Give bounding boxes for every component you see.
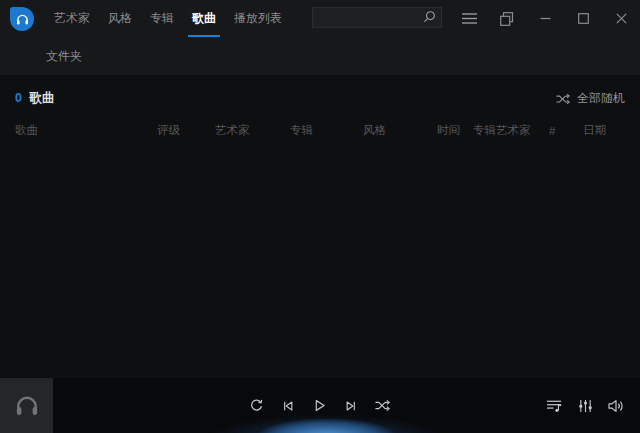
column-header-song[interactable]: 歌曲 — [15, 123, 157, 138]
column-header-artist[interactable]: 艺术家 — [215, 123, 290, 138]
column-header-album[interactable]: 专辑 — [290, 123, 363, 138]
tab-albums[interactable]: 专辑 — [141, 0, 183, 37]
shuffle-icon — [375, 399, 391, 412]
previous-icon — [281, 399, 295, 413]
headphones-icon — [13, 393, 41, 418]
equalizer-icon — [578, 399, 593, 413]
app-logo-icon — [10, 7, 34, 31]
songs-count-number: 0 — [15, 91, 22, 105]
previous-button[interactable] — [281, 399, 295, 413]
hamburger-icon — [462, 13, 477, 24]
next-icon — [344, 399, 358, 413]
volume-button[interactable] — [608, 399, 625, 413]
search-input[interactable] — [319, 12, 422, 24]
next-button[interactable] — [344, 399, 358, 413]
songs-count: 0歌曲 — [15, 90, 55, 107]
songs-page-header: 0歌曲 全部随机 — [0, 75, 640, 107]
play-icon — [312, 398, 327, 413]
player-right-controls — [546, 378, 625, 433]
dopamine-window: 艺术家 风格 专辑 歌曲 播放列表 — [0, 0, 640, 433]
repeat-icon — [249, 398, 264, 413]
play-button[interactable] — [312, 398, 327, 413]
tab-genres[interactable]: 风格 — [99, 0, 141, 37]
column-header-rating[interactable]: 评级 — [157, 123, 215, 138]
shuffle-icon — [556, 93, 571, 105]
shuffle-button[interactable] — [375, 399, 391, 412]
column-header-track-number[interactable]: # — [549, 125, 583, 137]
volume-icon — [608, 399, 625, 413]
mini-player-button[interactable] — [488, 0, 526, 37]
tab-songs[interactable]: 歌曲 — [183, 0, 225, 37]
songs-page: 0歌曲 全部随机 歌曲 评级 艺术家 专辑 风格 时间 专辑艺术家 # 日期 — [0, 75, 640, 378]
tab-artists[interactable]: 艺术家 — [45, 0, 99, 37]
menu-button[interactable] — [450, 0, 488, 37]
window-buttons — [450, 0, 640, 37]
column-header-genre[interactable]: 风格 — [363, 123, 437, 138]
minimize-button[interactable] — [526, 0, 564, 37]
close-button[interactable] — [602, 0, 640, 37]
playlist-queue-icon — [546, 399, 563, 413]
column-header-album-artist[interactable]: 专辑艺术家 — [473, 123, 549, 138]
secondary-tabs: 文件夹 — [0, 37, 640, 75]
minimize-icon — [540, 13, 551, 24]
shuffle-all-button[interactable]: 全部随机 — [556, 90, 625, 107]
headphones-icon — [15, 13, 30, 26]
songs-table-header: 歌曲 评级 艺术家 专辑 风格 时间 专辑艺术家 # 日期 — [0, 123, 640, 138]
column-header-time[interactable]: 时间 — [437, 123, 473, 138]
playlist-queue-button[interactable] — [546, 399, 563, 413]
titlebar: 艺术家 风格 专辑 歌曲 播放列表 — [0, 0, 640, 37]
maximize-icon — [578, 13, 589, 24]
songs-count-label: 歌曲 — [29, 91, 55, 105]
now-playing-artwork[interactable] — [0, 378, 53, 433]
shuffle-all-label: 全部随机 — [577, 90, 625, 107]
player-bar — [0, 378, 640, 433]
equalizer-button[interactable] — [578, 399, 593, 413]
close-icon — [616, 13, 627, 24]
maximize-button[interactable] — [564, 0, 602, 37]
main-tabs: 艺术家 风格 专辑 歌曲 播放列表 — [45, 0, 291, 37]
search-box[interactable] — [312, 7, 442, 28]
repeat-button[interactable] — [249, 398, 264, 413]
tab-playlists[interactable]: 播放列表 — [225, 0, 291, 37]
songs-list-empty — [0, 207, 640, 378]
column-header-date[interactable]: 日期 — [583, 123, 640, 138]
top-chrome: 艺术家 风格 专辑 歌曲 播放列表 — [0, 0, 640, 75]
tab-folders[interactable]: 文件夹 — [46, 48, 90, 65]
overlapping-windows-icon — [500, 12, 514, 26]
search-icon — [422, 10, 437, 25]
transport-controls — [249, 378, 391, 433]
